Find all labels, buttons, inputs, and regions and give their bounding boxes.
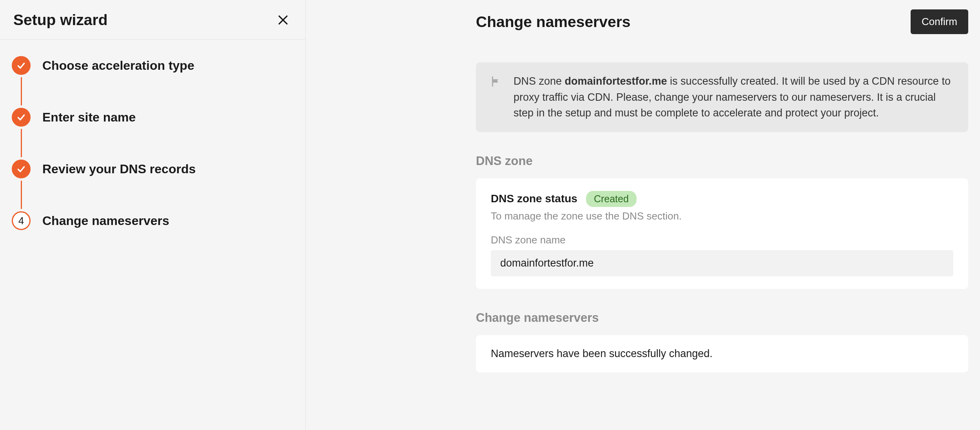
main-body: DNS zone domainfortestfor.me is successf… xyxy=(306,44,980,394)
step-indicator-done xyxy=(12,160,31,178)
step-label: Enter site name xyxy=(42,110,136,125)
dns-zone-status-label: DNS zone status xyxy=(491,192,577,205)
flag-icon xyxy=(489,75,503,121)
confirm-button[interactable]: Confirm xyxy=(911,9,968,34)
page-title: Change nameservers xyxy=(476,13,631,31)
step-review-dns[interactable]: Review your DNS records xyxy=(12,160,294,178)
step-change-nameservers[interactable]: 4 Change nameservers xyxy=(12,211,294,230)
check-icon xyxy=(16,60,26,71)
banner-prefix: DNS zone xyxy=(514,75,565,87)
status-badge: Created xyxy=(586,191,637,207)
change-nameservers-section-title: Change nameservers xyxy=(476,311,968,325)
sidebar-title: Setup wizard xyxy=(13,11,108,29)
step-connector xyxy=(21,181,22,209)
dns-zone-card: DNS zone status Created To manage the zo… xyxy=(476,178,968,289)
dns-zone-status-row: DNS zone status Created xyxy=(491,191,953,207)
dns-zone-name-label: DNS zone name xyxy=(491,234,953,246)
sidebar-header: Setup wizard xyxy=(0,0,305,40)
dns-zone-name-value: domainfortestfor.me xyxy=(491,250,953,276)
step-indicator-done xyxy=(12,56,31,75)
nameservers-changed-message: Nameservers have been successfully chang… xyxy=(491,348,953,360)
info-banner-text: DNS zone domainfortestfor.me is successf… xyxy=(514,73,955,121)
banner-domain: domainfortestfor.me xyxy=(565,75,667,87)
info-banner: DNS zone domainfortestfor.me is successf… xyxy=(476,62,968,132)
step-label: Choose acceleration type xyxy=(42,58,194,73)
step-connector xyxy=(21,129,22,157)
wizard-sidebar: Setup wizard Choose acceleration type En… xyxy=(0,0,306,430)
check-icon xyxy=(16,164,26,174)
step-connector xyxy=(21,77,22,105)
wizard-steps: Choose acceleration type Enter site name… xyxy=(0,40,305,230)
step-indicator-current: 4 xyxy=(12,211,31,230)
close-icon xyxy=(276,13,290,27)
step-choose-acceleration[interactable]: Choose acceleration type xyxy=(12,56,294,75)
dns-zone-status-sub: To manage the zone use the DNS section. xyxy=(491,210,953,222)
step-indicator-done xyxy=(12,108,31,127)
close-button[interactable] xyxy=(274,11,292,29)
check-icon xyxy=(16,112,26,122)
step-label: Review your DNS records xyxy=(42,162,196,176)
dns-zone-section-title: DNS zone xyxy=(476,154,968,168)
main-header: Change nameservers Confirm xyxy=(306,0,980,44)
step-label: Change nameservers xyxy=(42,214,169,228)
change-nameservers-card: Nameservers have been successfully chang… xyxy=(476,335,968,372)
step-enter-site-name[interactable]: Enter site name xyxy=(12,108,294,127)
main-panel: Change nameservers Confirm DNS zone doma… xyxy=(306,0,980,430)
